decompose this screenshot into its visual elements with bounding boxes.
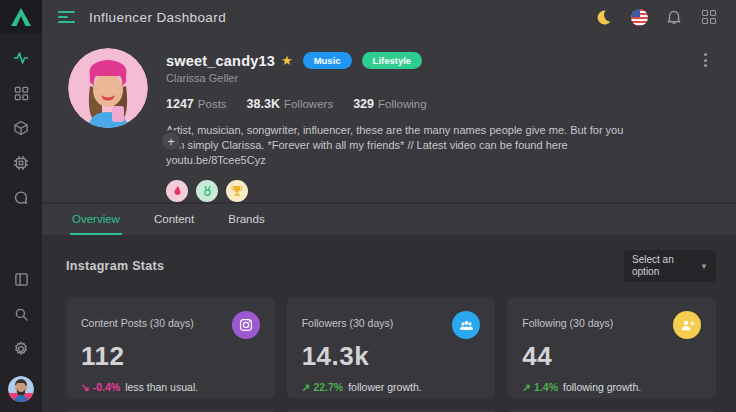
bell-icon — [666, 9, 682, 25]
man-avatar-image — [8, 376, 34, 402]
flame-badge[interactable] — [166, 180, 188, 202]
activity-icon — [13, 50, 29, 66]
trophy-icon — [231, 185, 243, 197]
tab-overview[interactable]: Overview — [70, 204, 122, 235]
apps-menu-button[interactable] — [700, 8, 718, 26]
profile-avatar[interactable] — [68, 48, 148, 128]
profile-header: + sweet_candy13 ★ Music Lifestyle Claris… — [42, 34, 736, 202]
flame-icon — [172, 185, 183, 197]
triangle-logo-icon — [10, 7, 32, 27]
page-title: Influencer Dashboard — [89, 10, 226, 25]
tab-content[interactable]: Content — [152, 204, 196, 235]
card-value: 112 — [81, 341, 260, 372]
sidebar-item-system[interactable] — [13, 155, 29, 171]
box-icon — [13, 120, 29, 136]
settings-gear-icon — [13, 341, 29, 357]
dropdown-value: Select an option — [632, 254, 696, 278]
card-trend: ↗ 22.7%follower growth. — [302, 381, 481, 393]
menu-toggle-icon[interactable] — [58, 11, 75, 23]
add-avatar-button[interactable]: + — [160, 130, 182, 152]
sidebar-item-dashboard[interactable] — [13, 85, 29, 101]
stat-followers: 38.3KFollowers — [247, 97, 334, 111]
stat-following: 329Following — [353, 97, 426, 111]
section-title: Instagram Stats — [66, 259, 164, 273]
flag-us-icon — [631, 9, 648, 26]
category-badge-lifestyle[interactable]: Lifestyle — [362, 52, 423, 69]
category-badge-music[interactable]: Music — [303, 52, 352, 69]
trend-up-arrow: ↗ 1.4% — [522, 381, 558, 393]
tab-brands[interactable]: Brands — [226, 204, 266, 235]
woman-avatar-image — [68, 48, 148, 128]
apps-icon — [702, 10, 716, 24]
stat-cards-grid: Content Posts (30 days) 112 ↘ -0.4%less … — [66, 298, 716, 412]
card-trend: ↘ -0.4%less than usual. — [81, 381, 260, 393]
followers-icon[interactable] — [452, 311, 480, 339]
search-icon — [14, 307, 29, 322]
card-following: Following (30 days) 44 ↗ 1.4%following g… — [507, 298, 716, 398]
stats-filter-dropdown[interactable]: Select an option ▼ — [624, 250, 716, 282]
chat-icon — [13, 190, 29, 206]
sidebar-item-settings[interactable] — [13, 341, 29, 357]
dashboard-grid-icon — [14, 86, 29, 101]
profile-more-menu[interactable] — [701, 50, 710, 70]
sidebar-item-layout[interactable] — [13, 271, 29, 287]
profile-real-name: Clarissa Geller — [166, 72, 631, 84]
card-followers: Followers (30 days) 14.3k ↗ 22.7%followe… — [287, 298, 496, 398]
profile-bio: Artist, musician, songwriter, influencer… — [166, 123, 631, 168]
sidebar — [0, 0, 42, 412]
topbar: Influencer Dashboard — [42, 0, 736, 34]
card-trend: ↗ 1.4%following growth. — [522, 381, 701, 393]
app-logo[interactable] — [0, 0, 42, 34]
user-plus-icon[interactable] — [673, 311, 701, 339]
overview-panel: Instagram Stats Select an option ▼ Conte… — [42, 235, 736, 412]
card-content-posts: Content Posts (30 days) 112 ↘ -0.4%less … — [66, 298, 275, 398]
card-label: Followers (30 days) — [302, 311, 394, 329]
current-user-avatar[interactable] — [8, 376, 34, 402]
chevron-down-icon: ▼ — [700, 262, 708, 271]
trophy-badge[interactable] — [226, 180, 248, 202]
trend-down-arrow: ↘ -0.4% — [81, 381, 120, 393]
trend-up-arrow: ↗ 22.7% — [302, 381, 344, 393]
stat-posts: 1247Posts — [166, 97, 227, 111]
dark-mode-toggle[interactable] — [595, 8, 613, 26]
layout-icon — [14, 272, 29, 287]
sidebar-item-activity[interactable] — [13, 50, 29, 66]
medal-badge[interactable] — [196, 180, 218, 202]
moon-icon — [596, 9, 612, 25]
sidebar-item-products[interactable] — [13, 120, 29, 136]
card-value: 14.3k — [302, 341, 481, 372]
language-selector[interactable] — [630, 8, 648, 26]
sidebar-item-messages[interactable] — [13, 190, 29, 206]
cpu-icon — [13, 155, 29, 171]
profile-username: sweet_candy13 — [166, 53, 275, 69]
card-label: Content Posts (30 days) — [81, 311, 194, 329]
profile-tabs: Overview Content Brands — [42, 204, 736, 235]
card-label: Following (30 days) — [522, 311, 613, 329]
sidebar-item-search[interactable] — [13, 306, 29, 322]
star-icon: ★ — [281, 53, 293, 68]
instagram-icon[interactable] — [232, 311, 260, 339]
card-value: 44 — [522, 341, 701, 372]
medal-icon — [202, 185, 213, 197]
notifications-button[interactable] — [665, 8, 683, 26]
